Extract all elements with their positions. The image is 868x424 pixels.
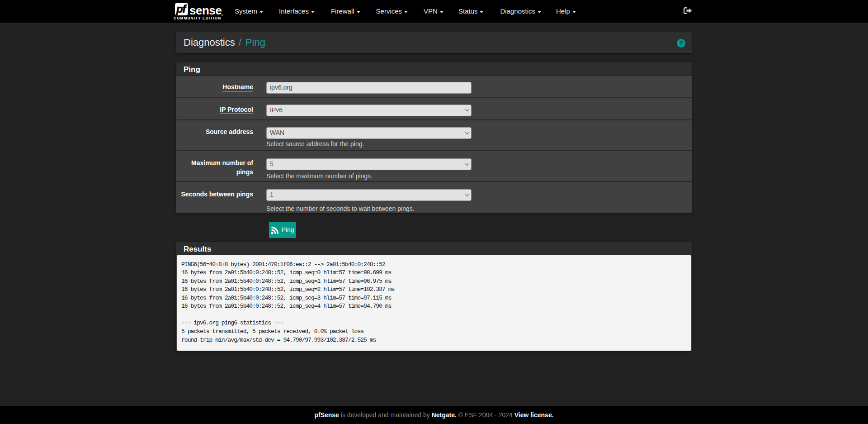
svg-text:?: ? (679, 39, 683, 47)
